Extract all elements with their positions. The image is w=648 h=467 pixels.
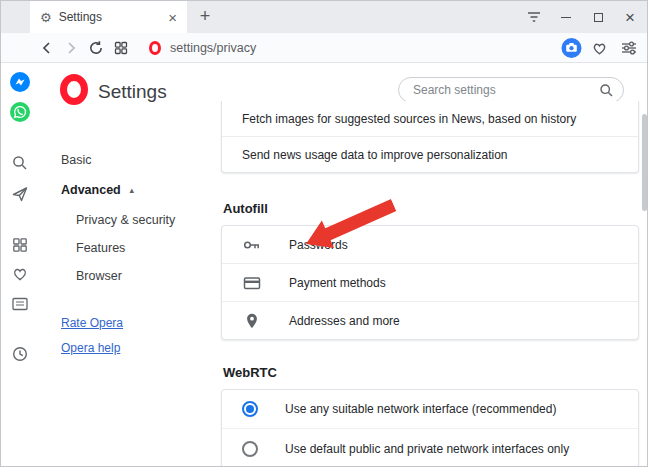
row-label: Send news usage data to improve personal… (242, 148, 508, 162)
page-title: Settings (98, 81, 167, 103)
tab-settings[interactable]: ⚙ Settings × (30, 1, 187, 33)
setting-row-fetch-images[interactable]: Fetch images for suggested sources in Ne… (222, 101, 638, 137)
back-button[interactable] (39, 40, 55, 56)
webrtc-card: Use any suitable network interface (reco… (221, 389, 639, 467)
webrtc-option-any-interface[interactable]: Use any suitable network interface (reco… (222, 390, 638, 429)
sidebar-item-features[interactable]: Features (76, 241, 125, 255)
addresses-row[interactable]: Addresses and more (222, 302, 638, 340)
settings-search-box (398, 77, 624, 103)
advanced-label: Advanced (61, 183, 121, 197)
new-tab-button[interactable]: + (195, 1, 215, 33)
address-field[interactable]: settings/privacy (149, 33, 549, 63)
webrtc-heading: WebRTC (223, 365, 277, 380)
opera-help-link[interactable]: Opera help (61, 341, 120, 355)
pin-icon (242, 311, 262, 331)
bookmarks-heart-icon[interactable] (9, 263, 30, 284)
bookmark-heart-icon[interactable] (591, 40, 608, 56)
snapshot-camera-icon[interactable] (561, 37, 582, 58)
payment-methods-row[interactable]: Payment methods (222, 264, 638, 302)
my-flow-paper-plane-icon[interactable] (9, 183, 30, 204)
news-settings-card: Fetch images for suggested sources in Ne… (221, 101, 639, 173)
row-label: Addresses and more (289, 314, 400, 328)
radio-selected[interactable] (242, 401, 258, 417)
address-bar: settings/privacy (1, 33, 647, 63)
settings-search-input[interactable] (399, 78, 623, 102)
speed-dial-grid-icon[interactable] (9, 234, 30, 255)
sidebar-item-advanced[interactable]: Advanced▴ (61, 183, 134, 197)
maximize-button[interactable] (591, 10, 605, 24)
scrollbar-thumb[interactable] (642, 114, 647, 211)
tab-close-icon[interactable]: × (168, 10, 177, 25)
news-feed-icon[interactable] (9, 293, 30, 314)
search-settings-icon (599, 83, 614, 98)
key-icon (242, 235, 262, 255)
opera-mini-logo-icon (149, 41, 161, 55)
url-text: settings/privacy (170, 41, 256, 55)
autofill-heading: Autofill (223, 201, 268, 216)
setting-row-news-usage[interactable]: Send news usage data to improve personal… (222, 137, 638, 173)
sidebar-item-privacy-security[interactable]: Privacy & security (76, 213, 175, 227)
minimize-button[interactable] (559, 10, 573, 24)
history-clock-icon[interactable] (9, 343, 30, 364)
row-label: Payment methods (289, 276, 386, 290)
sidebar-item-basic[interactable]: Basic (61, 153, 92, 167)
tab-tiles-grid-icon[interactable] (113, 40, 129, 56)
rate-opera-link[interactable]: Rate Opera (61, 316, 123, 330)
search-icon[interactable] (9, 152, 30, 173)
tab-title-label: Settings (59, 10, 162, 24)
opera-logo-icon (60, 74, 88, 105)
radio-unselected[interactable] (242, 441, 258, 457)
search-tabs-icon[interactable] (527, 10, 541, 24)
collapse-caret-icon: ▴ (130, 186, 134, 195)
row-label: Use default public and private network i… (285, 442, 569, 456)
autofill-card: Passwords Payment methods Addresses and … (221, 225, 639, 340)
forward-button[interactable] (63, 40, 79, 56)
reload-button[interactable] (88, 40, 104, 56)
passwords-row[interactable]: Passwords (222, 226, 638, 264)
messenger-icon[interactable] (9, 71, 30, 92)
easy-setup-sliders-icon[interactable] (621, 41, 637, 55)
browser-sidebar (1, 63, 38, 467)
window-controls: × (527, 1, 637, 33)
card-icon (242, 273, 262, 293)
row-label: Fetch images for suggested sources in Ne… (242, 112, 576, 126)
close-button[interactable]: × (623, 10, 637, 24)
whatsapp-icon[interactable] (9, 101, 30, 122)
sidebar-item-browser[interactable]: Browser (76, 269, 122, 283)
row-label: Use any suitable network interface (reco… (285, 402, 556, 416)
settings-gear-icon: ⚙ (40, 11, 52, 24)
webrtc-option-default-interfaces[interactable]: Use default public and private network i… (222, 429, 638, 467)
title-bar[interactable]: ⚙ Settings × + × (1, 1, 647, 33)
opera-browser-window: ⚙ Settings × + × settings/priv (0, 0, 648, 467)
